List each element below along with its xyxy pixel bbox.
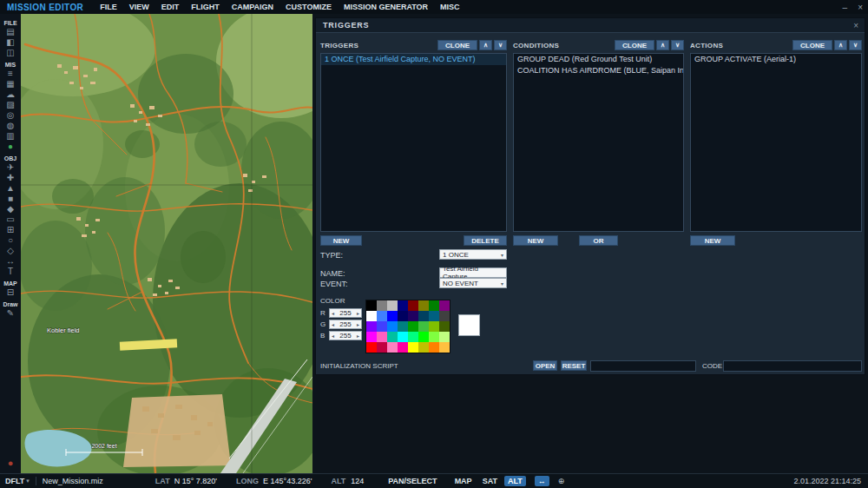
palette-color-swatch[interactable] (418, 300, 429, 311)
airplane-icon[interactable]: ✈ (2, 162, 19, 173)
decrement-icon[interactable]: ◂ (332, 321, 334, 327)
palette-color-swatch[interactable] (377, 342, 387, 353)
palette-color-swatch[interactable] (429, 300, 439, 311)
green-stepper[interactable]: ◂ 255 ▸ (329, 320, 362, 329)
briefing-icon[interactable]: ≡ (2, 69, 19, 79)
palette-color-swatch[interactable] (398, 332, 408, 342)
palette-color-swatch[interactable] (387, 300, 398, 311)
menu-misc[interactable]: MISC (434, 3, 466, 11)
new-trigger-button[interactable]: NEW (320, 235, 362, 246)
measure-tool-icon[interactable]: ↔ (535, 476, 549, 486)
move-action-up-button[interactable]: ∧ (834, 40, 847, 50)
palette-color-swatch[interactable] (408, 332, 418, 342)
map-view-button[interactable]: MAP (451, 476, 476, 486)
farp-icon[interactable]: ⊞ (2, 225, 19, 235)
action-item[interactable]: GROUP ACTIVATE (Aerial-1) (691, 54, 861, 65)
menu-flight[interactable]: FLIGHT (185, 3, 226, 11)
palette-color-swatch[interactable] (398, 342, 408, 353)
map-view[interactable]: Kobler field 2002 feet (21, 14, 312, 473)
measure-distance-icon[interactable]: ↔ (2, 256, 19, 267)
event-dropdown[interactable]: NO EVENT ▾ (439, 278, 507, 288)
clone-triggers-button[interactable]: CLONE (437, 40, 477, 50)
alt-view-button[interactable]: ALT (504, 476, 526, 486)
menu-file[interactable]: FILE (94, 3, 123, 11)
palette-color-swatch[interactable] (387, 321, 398, 332)
palette-color-swatch[interactable] (439, 300, 450, 311)
move-condition-up-button[interactable]: ∧ (656, 40, 669, 50)
triggers-panel-titlebar[interactable]: TRIGGERS × (316, 18, 865, 33)
static-object-icon[interactable]: ◆ (2, 204, 19, 214)
new-mission-icon[interactable]: ▤ (2, 27, 19, 37)
palette-color-swatch[interactable] (408, 300, 418, 311)
failures-icon[interactable]: ▨ (2, 100, 19, 110)
menu-customize[interactable]: CUSTOMIZE (279, 3, 338, 11)
ship-icon[interactable]: ▲ (2, 183, 19, 194)
save-mission-icon[interactable]: ◫ (2, 48, 19, 58)
palette-color-swatch[interactable] (387, 332, 398, 342)
palette-color-swatch[interactable] (439, 311, 450, 321)
decrement-icon[interactable]: ◂ (332, 333, 334, 339)
goals-icon[interactable]: ◍ (2, 121, 19, 131)
palette-color-swatch[interactable] (429, 342, 439, 353)
palette-color-swatch[interactable] (439, 321, 450, 332)
decrement-icon[interactable]: ◂ (332, 310, 334, 316)
new-condition-button[interactable]: NEW (513, 235, 558, 246)
close-icon[interactable]: × (852, 3, 868, 12)
menu-view[interactable]: VIEW (123, 3, 155, 11)
minimize-icon[interactable]: – (838, 3, 853, 12)
palette-color-swatch[interactable] (429, 311, 439, 321)
palette-color-swatch[interactable] (398, 321, 408, 332)
template-icon[interactable]: ▭ (2, 214, 19, 225)
vehicle-icon[interactable]: ■ (2, 194, 19, 204)
palette-color-swatch[interactable] (366, 311, 377, 321)
terrain-map[interactable]: Kobler field 2002 feet (21, 14, 312, 473)
open-mission-icon[interactable]: ◧ (2, 37, 19, 48)
palette-color-swatch[interactable] (377, 311, 387, 321)
palette-color-swatch[interactable] (387, 311, 398, 321)
condition-item[interactable]: GROUP DEAD (Red Ground Test Unit) (514, 54, 683, 65)
move-action-down-button[interactable]: ∨ (849, 40, 862, 50)
palette-color-swatch[interactable] (418, 332, 429, 342)
profile-selector[interactable]: DFLT (5, 477, 24, 485)
label-icon[interactable]: T (2, 267, 19, 277)
palette-color-swatch[interactable] (366, 321, 377, 332)
palette-color-swatch[interactable] (418, 342, 429, 353)
actions-list[interactable]: GROUP ACTIVATE (Aerial-1) (690, 53, 862, 232)
condition-item[interactable]: COALITION HAS AIRDROME (BLUE, Saipan Int… (514, 65, 683, 76)
move-condition-down-button[interactable]: ∨ (671, 40, 684, 50)
helicopter-icon[interactable]: ✚ (2, 173, 19, 183)
trigger-item[interactable]: 1 ONCE (Test Airfield Capture, NO EVENT) (321, 54, 506, 65)
palette-color-swatch[interactable] (366, 342, 377, 353)
clone-action-button[interactable]: CLONE (792, 40, 832, 50)
weather-icon[interactable]: ☁ (2, 89, 19, 100)
increment-icon[interactable]: ▸ (357, 310, 359, 316)
palette-color-swatch[interactable] (377, 332, 387, 342)
reset-script-button[interactable]: RESET (561, 360, 587, 371)
palette-color-swatch[interactable] (408, 321, 418, 332)
draw-icon[interactable]: ✎ (2, 308, 19, 319)
script-file-input[interactable] (590, 360, 696, 372)
move-trigger-down-button[interactable]: ∨ (494, 40, 507, 50)
menu-edit[interactable]: EDIT (155, 3, 186, 11)
create-trigger-zone-icon[interactable]: ● (2, 142, 19, 152)
panel-close-icon[interactable]: × (853, 21, 865, 30)
blue-stepper[interactable]: ◂ 255 ▸ (329, 331, 362, 340)
script-code-input[interactable] (723, 360, 862, 372)
palette-color-swatch[interactable] (387, 342, 398, 353)
palette-color-swatch[interactable] (366, 300, 377, 311)
triggers-list[interactable]: 1 ONCE (Test Airfield Capture, NO EVENT) (320, 53, 507, 232)
palette-color-swatch[interactable] (439, 342, 450, 353)
summary-icon[interactable]: ▥ (2, 131, 19, 142)
mission-options-icon[interactable]: ▦ (2, 79, 19, 89)
triggers-icon[interactable]: ◎ (2, 110, 19, 121)
palette-color-swatch[interactable] (398, 311, 408, 321)
sat-view-button[interactable]: SAT (479, 476, 501, 486)
palette-color-swatch[interactable] (377, 321, 387, 332)
menu-campaign[interactable]: CAMPAIGN (226, 3, 279, 11)
move-trigger-up-button[interactable]: ∧ (479, 40, 492, 50)
palette-color-swatch[interactable] (418, 321, 429, 332)
increment-icon[interactable]: ▸ (357, 333, 359, 339)
palette-color-swatch[interactable] (408, 342, 418, 353)
new-action-button[interactable]: NEW (690, 235, 735, 246)
open-script-button[interactable]: OPEN (533, 360, 557, 371)
